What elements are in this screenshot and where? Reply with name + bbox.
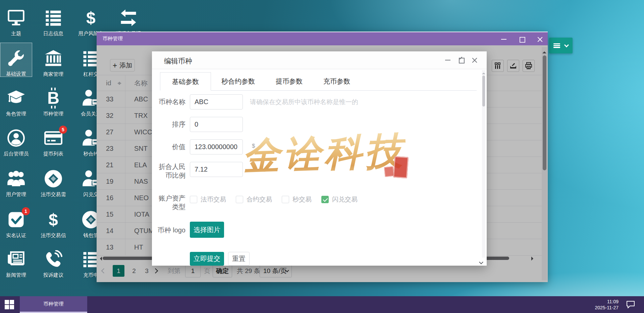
clock-time: 11:09 [595, 299, 619, 305]
desktop-icon-label: 币种管理 [43, 111, 63, 117]
checkbox-flash-trade[interactable]: 闪兑交易 [321, 195, 358, 204]
reset-button[interactable]: 重置 [228, 252, 250, 266]
wrench-icon [6, 48, 26, 68]
desktop-icon-basic-settings[interactable]: 基础设置 [0, 43, 32, 77]
modal-scrollbar[interactable] [482, 76, 485, 106]
desktop-icon-label: 充币申 [84, 272, 99, 278]
desktop-icon-feedback[interactable]: 投诉建议 [37, 243, 69, 278]
desktop-icon-label: 提币列表 [43, 151, 63, 156]
desktop-icon-label: 杠杆交 [84, 71, 99, 77]
modal-scroll-down-icon[interactable] [479, 260, 483, 264]
coin-name-hint: 请确保在交易所中该币种名称是惟一的 [250, 94, 358, 109]
desktop-icon-backend-admin[interactable]: 后台管理员 [0, 122, 32, 156]
logo-label: 币种 logo [153, 226, 185, 234]
price-label: 价值 [153, 142, 185, 151]
desktop-icon-label: 秒合约 [84, 151, 99, 156]
users-icon [6, 169, 26, 188]
check-badge-icon: 1 [6, 210, 26, 229]
start-button[interactable] [5, 300, 16, 309]
price-input[interactable]: 123.00000000 [190, 139, 243, 154]
dollar-icon [81, 8, 101, 28]
coin-name-label: 币种名称 [153, 97, 185, 106]
modal-minimize-icon[interactable] [444, 57, 451, 63]
desktop-icon-label: 法币交易需 [41, 191, 66, 197]
cny-rate-input[interactable]: 7.12 [190, 162, 243, 177]
taskbar-task-coin-management[interactable]: 币种管理 [20, 296, 87, 313]
desktop-icon-label: 商家管理 [43, 71, 63, 77]
bank-icon [44, 49, 63, 68]
window-minimize-icon[interactable] [501, 36, 507, 42]
watermark-seal-icon [384, 166, 394, 177]
window-title: 币种管理 [103, 36, 123, 42]
monitor-icon [6, 8, 26, 28]
desktop-icon-label: 法币交易信 [41, 232, 66, 238]
tab-basic-params[interactable]: 基础参数 [160, 72, 211, 91]
asset-type-label: 账户资产类型 [153, 194, 185, 211]
modal-expand-icon[interactable] [458, 57, 465, 63]
submit-button[interactable]: 立即提交 [190, 252, 224, 266]
modal-title: 编辑币种 [164, 56, 192, 66]
taskbar: 币种管理 11:09 2025-11-27 [0, 296, 644, 313]
diamond-coin-icon [44, 169, 63, 188]
modal-close-icon[interactable] [471, 57, 478, 63]
admin-circle-icon [6, 128, 26, 148]
checkbox-checked-icon [321, 196, 329, 203]
checkbox-icon [190, 196, 197, 203]
coin-name-input[interactable]: ABC [190, 94, 243, 109]
desktop-icon-label: 基础设置 [6, 71, 26, 77]
desktop-icon-label: 用户管理 [6, 191, 26, 197]
desktop-icon-role-management[interactable]: 角色管理 [0, 82, 32, 117]
chat-icon[interactable] [626, 300, 635, 309]
desktop-icon-logs[interactable]: 日志信息 [37, 2, 69, 36]
desktop-icon-fiat-demand[interactable]: 法币交易需 [37, 163, 69, 197]
clock-date: 2025-11-27 [595, 305, 619, 311]
window-close-icon[interactable] [537, 36, 543, 42]
sort-label: 排序 [153, 120, 185, 129]
window-maximize-icon[interactable] [519, 36, 525, 42]
desktop-icon-fiat-info[interactable]: 法币交易信 [37, 204, 69, 238]
choose-image-button[interactable]: 选择图片 [190, 222, 224, 238]
checkbox-contract-trade[interactable]: 合约交易 [236, 195, 272, 204]
desktop-icon-label: 后台管理员 [4, 151, 29, 156]
sort-input[interactable]: 0 [190, 117, 243, 132]
desktop-icon-user-management[interactable]: 用户管理 [0, 163, 32, 197]
price-suffix: $ [252, 143, 255, 149]
desktop-icon-user-risk[interactable]: 用户风险率 [75, 2, 107, 36]
tab-withdraw-params[interactable]: 提币参数 [265, 72, 313, 91]
desktop-icon-label: 日志信息 [43, 31, 63, 36]
tab-second-contract-params[interactable]: 秒合约参数 [211, 72, 265, 91]
modal-scroll-up-icon[interactable] [482, 71, 485, 74]
screen: 主题 基础设置 角色管理 后台管理员 用户管理 1 实名认证 新闻管理 日志信息… [0, 0, 644, 313]
taskbar-clock[interactable]: 11:09 2025-11-27 [595, 299, 619, 311]
exchange-icon [119, 8, 138, 28]
desktop-icon-label: 钱包管 [84, 232, 99, 238]
dollar-icon [44, 210, 63, 229]
checkbox-second-trade[interactable]: 秒交易 [282, 195, 312, 204]
notification-badge: 5 [59, 126, 67, 134]
desktop-icon-merchant[interactable]: 商家管理 [37, 43, 69, 77]
graduation-cap-icon [6, 88, 26, 108]
modal-tabbar: 基础参数 秒合约参数 提币参数 充币参数 [160, 72, 477, 91]
tab-deposit-params[interactable]: 充币参数 [313, 72, 361, 91]
desktop-icon-withdraw-list[interactable]: 5 提币列表 [37, 122, 69, 156]
desktop-icon-theme[interactable]: 主题 [0, 2, 32, 36]
desktop-icon-label: 主题 [11, 31, 21, 36]
desktop-menu-button[interactable] [549, 38, 573, 53]
chevron-down-icon [564, 42, 569, 47]
cny-rate-label: 折合人民币比例 [153, 162, 185, 180]
desktop-icon-label: 闪兑交 [84, 191, 99, 197]
desktop-icon-coin-trade-log[interactable]: 币币交易记 [112, 2, 145, 36]
news-icon [6, 250, 26, 269]
desktop-icon-kyc[interactable]: 1 实名认证 [0, 204, 32, 238]
desktop-icon-news[interactable]: 新闻管理 [0, 243, 32, 278]
bitcoin-icon [44, 88, 63, 108]
window-titlebar[interactable]: 币种管理 [97, 32, 548, 45]
desktop-icon-label: 新闻管理 [6, 272, 26, 278]
hamburger-icon [553, 43, 560, 48]
checkbox-icon [282, 196, 289, 203]
desktop-icon-coin-management[interactable]: 币种管理 [37, 82, 69, 117]
credit-card-icon: 5 [44, 128, 63, 148]
asset-type-group: 法币交易 合约交易 秒交易 闪兑交易 [190, 195, 367, 204]
checkbox-fiat-trade[interactable]: 法币交易 [190, 195, 226, 204]
modal-header[interactable]: 编辑币种 [152, 51, 487, 69]
